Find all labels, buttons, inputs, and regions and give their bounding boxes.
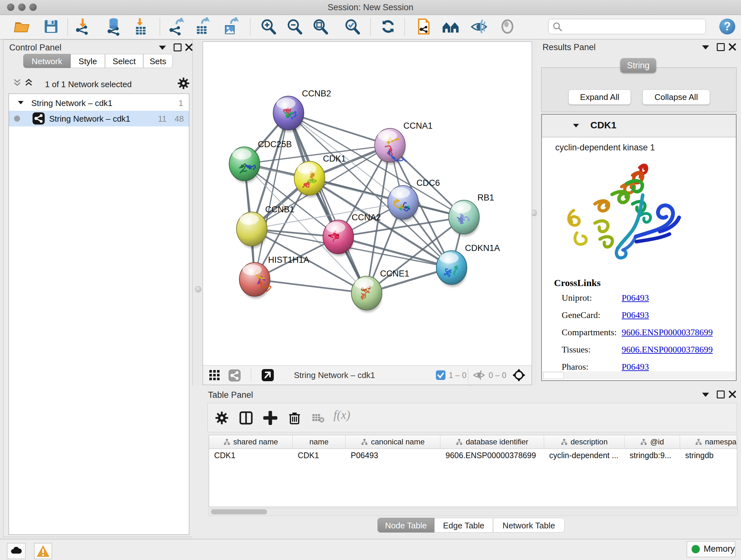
tree-row-collection[interactable]: String Network – cdk1 1 xyxy=(9,95,189,111)
zoom-fit-icon[interactable] xyxy=(311,17,330,36)
network-thumbnail-icon[interactable] xyxy=(228,369,241,381)
table-cell[interactable]: CDK1 xyxy=(209,449,293,462)
table-cell[interactable]: stringdb xyxy=(680,449,737,462)
export-network-icon[interactable] xyxy=(167,17,185,36)
column-header-shared-name[interactable]: shared name xyxy=(209,435,293,449)
edge-CCNB2-HIST1H1A[interactable] xyxy=(255,113,288,279)
delete-column-trash-icon[interactable] xyxy=(287,411,301,425)
add-column-icon[interactable] xyxy=(263,411,277,425)
edge-CCNB2-CCNA1[interactable] xyxy=(288,113,390,145)
collapse-all-icon[interactable] xyxy=(12,78,22,88)
tab-network-table[interactable]: Network Table xyxy=(493,518,564,533)
node-RB1[interactable] xyxy=(449,200,479,236)
table-horizontal-scrollbar[interactable] xyxy=(209,508,738,516)
cloud-button[interactable] xyxy=(7,543,25,559)
table-panel-close-icon[interactable] xyxy=(729,390,736,398)
export-image-icon[interactable] xyxy=(221,17,240,36)
show-graphics-details-icon[interactable] xyxy=(498,17,517,36)
tab-sets[interactable]: Sets xyxy=(143,54,173,68)
results-panel-close-icon[interactable] xyxy=(729,43,736,51)
grid-view-icon[interactable] xyxy=(209,369,220,381)
table-cell[interactable]: 9606.ENSP00000378699 xyxy=(441,449,544,462)
home-icon[interactable] xyxy=(441,17,460,36)
gear-icon[interactable] xyxy=(177,77,190,90)
import-table-file-icon[interactable] xyxy=(131,17,150,36)
crosslink-link[interactable]: P06493 xyxy=(622,310,649,320)
results-panel-float-icon[interactable] xyxy=(717,43,725,51)
tab-edge-table[interactable]: Edge Table xyxy=(434,518,493,533)
edge-CCNB2-CCNE1[interactable] xyxy=(288,113,367,293)
expand-all-icon[interactable] xyxy=(24,78,33,88)
zoom-selected-icon[interactable] xyxy=(343,17,361,36)
crosslink-link[interactable]: 9606.ENSP00000378699 xyxy=(622,345,713,355)
node-CDC25B[interactable] xyxy=(229,147,260,183)
hidden-eye-slash-icon[interactable] xyxy=(473,370,485,381)
control-panel-menu-icon[interactable] xyxy=(159,46,166,50)
network-canvas[interactable]: CCNB2CCNA1CDC25BCDK1CDC6RB1CCNB1CCNA2CDK… xyxy=(203,42,532,366)
column-header-namespace[interactable]: namespace xyxy=(680,435,737,449)
expand-all-button[interactable]: Expand All xyxy=(568,89,631,105)
column-header-name[interactable]: name xyxy=(293,435,346,449)
table-cell[interactable]: stringdb:9... xyxy=(624,449,680,462)
show-columns-icon[interactable] xyxy=(239,411,253,425)
table-panel-menu-icon[interactable] xyxy=(702,393,709,397)
column-header-canonical-name[interactable]: canonical name xyxy=(346,435,441,449)
crosslink-link[interactable]: P06493 xyxy=(622,293,649,303)
table-gear-icon[interactable] xyxy=(215,411,229,425)
tree-row-network[interactable]: String Network – cdk1 11 48 xyxy=(9,111,189,126)
node-HIST1H1A[interactable] xyxy=(239,262,271,299)
table-panel-float-icon[interactable] xyxy=(717,390,725,398)
table-scrollbar-thumb[interactable] xyxy=(211,509,267,514)
birdseye-view-icon[interactable] xyxy=(262,369,274,381)
node-CDC6[interactable] xyxy=(388,186,418,222)
column-header--id[interactable]: @id xyxy=(624,435,680,449)
export-table-icon[interactable] xyxy=(193,17,212,36)
tab-network[interactable]: Network xyxy=(23,54,71,68)
node-CCNE1[interactable] xyxy=(351,276,382,312)
hide-graphics-details-icon[interactable] xyxy=(470,17,488,36)
delete-table-icon[interactable] xyxy=(312,413,325,423)
import-network-database-icon[interactable] xyxy=(105,17,123,36)
fit-selected-crosshair-icon[interactable] xyxy=(512,368,526,382)
node-CDK1[interactable] xyxy=(294,161,325,197)
tab-style[interactable]: Style xyxy=(71,54,105,68)
save-session-icon[interactable] xyxy=(42,17,60,36)
node-CCNA1[interactable] xyxy=(375,128,406,165)
memory-button[interactable]: Memory xyxy=(687,541,735,557)
network-from-file-icon[interactable] xyxy=(414,17,433,36)
zoom-in-icon[interactable] xyxy=(259,17,278,36)
crosslink-link[interactable]: 9606.ENSP00000378699 xyxy=(622,327,713,337)
table-cell[interactable]: CDK1 xyxy=(293,449,346,462)
warnings-button[interactable] xyxy=(34,543,52,559)
results-horizontal-scrollbar[interactable] xyxy=(542,371,735,379)
table-cell[interactable]: cyclin-dependent ... xyxy=(544,449,624,462)
node-CCNB1[interactable] xyxy=(237,212,267,248)
tab-string[interactable]: String xyxy=(620,58,656,73)
edge-HIST1H1A-CCNE1[interactable] xyxy=(255,279,367,293)
control-panel-close-icon[interactable] xyxy=(185,44,193,51)
table-cell[interactable]: P06493 xyxy=(346,449,441,462)
tree-expander-icon[interactable] xyxy=(18,101,23,104)
selected-nodes-checkbox[interactable] xyxy=(436,370,446,380)
function-builder-icon[interactable]: f(x) xyxy=(333,408,350,422)
results-panel-menu-icon[interactable] xyxy=(702,45,709,50)
search-input[interactable] xyxy=(566,20,701,33)
column-header-description[interactable]: description xyxy=(544,435,624,449)
result-section-header[interactable]: CDK1 xyxy=(542,115,736,137)
section-expander-icon[interactable] xyxy=(573,124,579,127)
control-panel-float-icon[interactable] xyxy=(174,44,182,51)
tab-select[interactable]: Select xyxy=(105,54,143,68)
results-scrollbar-thumb[interactable] xyxy=(543,372,563,379)
open-session-icon[interactable] xyxy=(13,17,31,36)
node-CDKN1A[interactable] xyxy=(436,251,467,287)
vertical-splitter-handle[interactable] xyxy=(195,286,201,293)
refresh-icon[interactable] xyxy=(379,17,397,36)
node-CCNA2[interactable] xyxy=(323,220,354,256)
help-icon[interactable]: ? xyxy=(719,18,735,35)
zoom-out-icon[interactable] xyxy=(285,17,304,36)
column-header-database-identifier[interactable]: database identifier xyxy=(441,435,544,449)
tab-node-table[interactable]: Node Table xyxy=(378,518,434,533)
table-row[interactable]: CDK1CDK1P064939606.ENSP00000378699cyclin… xyxy=(209,449,737,462)
import-network-file-icon[interactable] xyxy=(73,17,92,36)
collapse-all-button[interactable]: Collapse All xyxy=(643,89,710,105)
